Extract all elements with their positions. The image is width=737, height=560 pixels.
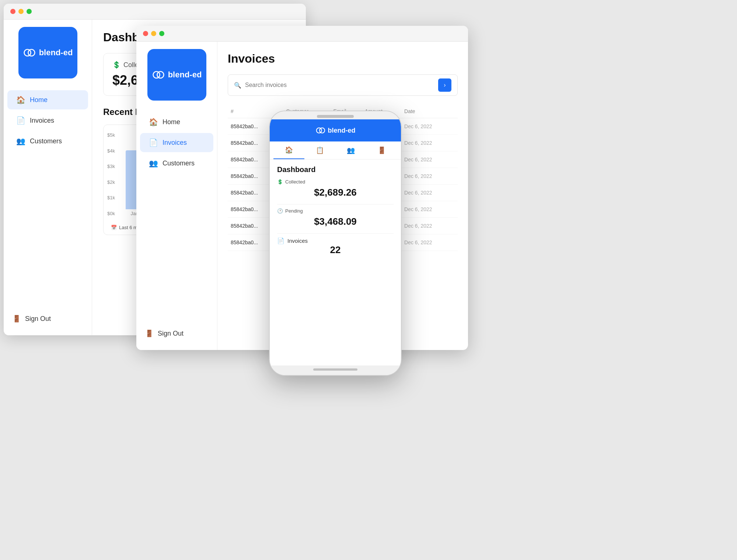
svg-point-1 (28, 49, 35, 56)
invoices-sidebar-customers[interactable]: 👥 Customers (140, 154, 213, 173)
sidebar-item-customers-label: Customers (30, 137, 62, 145)
invoices-maximize-button[interactable] (159, 31, 164, 36)
y-label-2k: $2k (107, 179, 115, 185)
cell-date: Dec 6, 2022 (401, 135, 458, 151)
y-label-3k: $3k (107, 164, 115, 169)
cell-date: Dec 6, 2022 (401, 185, 458, 201)
phone-invoices-label: Invoices (287, 238, 308, 244)
search-button[interactable]: › (438, 78, 451, 92)
minimize-button[interactable] (18, 9, 24, 14)
search-input[interactable] (245, 82, 434, 88)
inv-signout-icon: 🚪 (145, 329, 153, 337)
phone-collected-label: 💲 Collected (277, 179, 394, 185)
phone-nav-signout[interactable]: 🚪 (366, 141, 397, 159)
inv-customers-label: Customers (163, 160, 195, 167)
phone-notch-bar (270, 111, 401, 119)
phone-frame: blend-ed 🏠 📋 👥 🚪 Dashboard 💲 Collected $… (269, 111, 402, 376)
invoices-logo-box: blend-ed (147, 49, 206, 101)
phone-pending-value: $3,468.09 (277, 216, 394, 227)
invoices-sidebar: blend-ed 🏠 Home 📄 Invoices 👥 Customers 🚪… (136, 42, 217, 350)
invoices-icon: 📄 (16, 116, 25, 125)
search-icon: 🔍 (234, 82, 241, 89)
signout-button[interactable]: 🚪 Sign Out (13, 315, 83, 323)
cell-date: Dec 6, 2022 (401, 168, 458, 185)
cell-date: Dec 6, 2022 (401, 118, 458, 135)
inv-customers-icon: 👥 (149, 159, 158, 168)
close-button[interactable] (10, 9, 15, 14)
invoices-signout-button[interactable]: 🚪 Sign Out (145, 329, 208, 337)
inv-invoices-label: Invoices (163, 139, 187, 147)
invoices-sidebar-home[interactable]: 🏠 Home (140, 112, 213, 132)
phone-clock-icon: 🕐 (277, 208, 283, 214)
home-icon: 🏠 (16, 95, 25, 104)
phone-bottom-bar (270, 365, 401, 375)
phone-dollar-icon: 💲 (277, 179, 283, 185)
phone-device: blend-ed 🏠 📋 👥 🚪 Dashboard 💲 Collected $… (269, 111, 402, 376)
cell-date: Dec 6, 2022 (401, 201, 458, 218)
col-header-date: Date (401, 105, 458, 118)
logo: blend-ed (23, 46, 73, 59)
phone-divider-2 (277, 233, 394, 234)
y-label-1k: $1k (107, 195, 115, 200)
invoices-logo: blend-ed (152, 68, 202, 81)
phone-nav-customers[interactable]: 👥 (335, 141, 366, 159)
phone-invoices-count: 22 (277, 244, 394, 256)
sidebar-item-invoices[interactable]: 📄 Invoices (7, 111, 88, 130)
inv-invoices-icon: 📄 (149, 138, 158, 147)
cell-date: Dec 6, 2022 (401, 218, 458, 234)
phone-logo-icon (315, 125, 326, 136)
y-label-4k: $4k (107, 148, 115, 154)
invoices-sidebar-invoices[interactable]: 📄 Invoices (140, 133, 213, 152)
phone-header: blend-ed (270, 119, 401, 141)
sidebar-item-invoices-label: Invoices (30, 117, 54, 125)
phone-logo: blend-ed (315, 125, 356, 136)
invoices-minimize-button[interactable] (151, 31, 156, 36)
signout-icon: 🚪 (13, 315, 21, 323)
calendar-icon: 📅 (111, 225, 117, 230)
inv-home-label: Home (163, 118, 180, 126)
phone-collected-value: $2,689.26 (277, 187, 394, 198)
maximize-button[interactable] (27, 9, 32, 14)
phone-nav-invoices[interactable]: 📋 (304, 141, 335, 159)
phone-notch (317, 115, 354, 118)
invoices-page-title: Invoices (228, 52, 458, 66)
phone-invoices-row: 📄 Invoices (277, 237, 394, 244)
customers-icon: 👥 (16, 137, 25, 146)
svg-point-5 (319, 128, 325, 133)
sidebar-item-home[interactable]: 🏠 Home (7, 90, 88, 109)
phone-content: Dashboard 💲 Collected $2,689.26 🕐 Pendin… (270, 160, 401, 365)
logo-icon (23, 46, 36, 59)
y-label-5k: $5k (107, 132, 115, 138)
phone-nav: 🏠 📋 👥 🚪 (270, 141, 401, 160)
phone-screen: blend-ed 🏠 📋 👥 🚪 Dashboard 💲 Collected $… (270, 119, 401, 375)
logo-box: blend-ed (18, 27, 77, 78)
invoices-titlebar (136, 26, 468, 42)
cell-date: Dec 6, 2022 (401, 151, 458, 168)
phone-home-indicator (313, 368, 357, 371)
sidebar-item-customers[interactable]: 👥 Customers (7, 132, 88, 151)
y-label-0k: $0k (107, 211, 115, 216)
dashboard-sidebar: blend-ed 🏠 Home 📄 Invoices 👥 Customers 🚪… (4, 20, 92, 335)
dashboard-titlebar (4, 4, 306, 20)
invoices-logo-icon (152, 68, 165, 81)
inv-home-icon: 🏠 (149, 118, 158, 126)
chart-y-labels: $0k $1k $2k $3k $4k $5k (107, 132, 115, 216)
phone-divider-1 (277, 204, 394, 204)
invoices-close-button[interactable] (143, 31, 148, 36)
sidebar-item-home-label: Home (30, 96, 48, 104)
phone-nav-home[interactable]: 🏠 (273, 141, 304, 159)
phone-invoices-icon: 📄 (277, 237, 284, 244)
svg-point-3 (157, 71, 164, 78)
phone-pending-label: 🕐 Pending (277, 208, 394, 214)
invoice-search-bar[interactable]: 🔍 › (228, 74, 458, 96)
dollar-icon: 💲 (112, 61, 120, 69)
phone-page-title: Dashboard (277, 165, 394, 174)
cell-date: Dec 6, 2022 (401, 234, 458, 251)
